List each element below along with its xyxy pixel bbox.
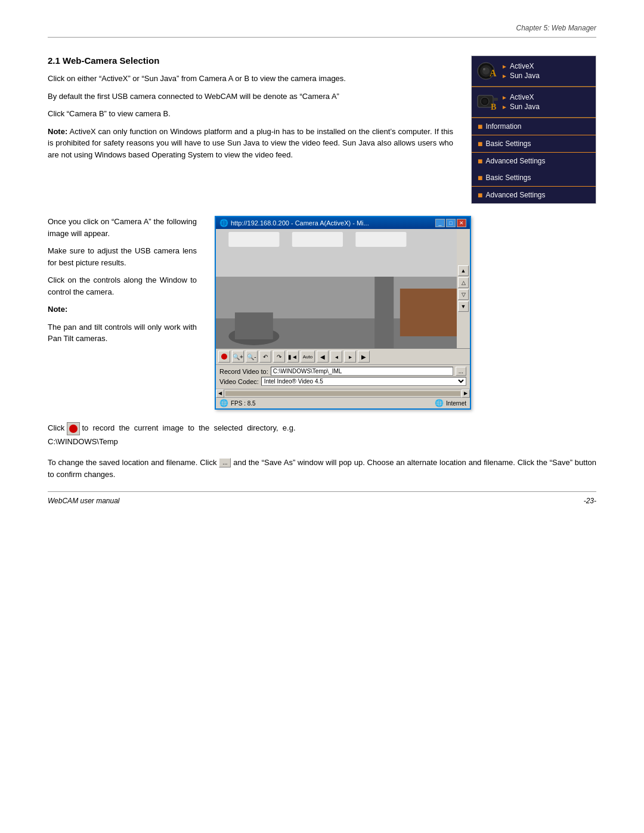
save-as-section: To change the saved location and filenam…: [48, 457, 596, 482]
codec-select[interactable]: Intel Indeo® Video 4.5: [261, 377, 466, 386]
scrollbar-track: [225, 391, 460, 396]
arrow-right-button[interactable]: ▶: [358, 351, 370, 363]
chapter-title: Chapter 5: Web Manager: [516, 24, 596, 32]
camera-a-row: A ► ActiveX ► Sun Java: [472, 56, 596, 86]
horizontal-scrollbar[interactable]: ◀ ▶: [216, 389, 470, 397]
auto-button[interactable]: Auto: [301, 351, 315, 363]
para-1: Click on either “ActiveX” or “Sun Java” …: [48, 73, 453, 85]
nav-down-btn[interactable]: ▼: [458, 301, 469, 312]
svg-point-7: [482, 99, 487, 104]
nav-up-hollow-btn[interactable]: △: [458, 277, 469, 288]
sidebar-item-advanced-settings-1[interactable]: ■ Advanced Settings: [472, 153, 596, 169]
browser-toolbar: 🔍+ 🔍- ↶ ↷ ▮◄ Auto ◀ ◂ ▸ ▶: [216, 348, 470, 364]
bullet-icon: ■: [478, 173, 482, 182]
close-button[interactable]: ✕: [457, 219, 466, 227]
video-nav-controls: ▲ △ ▽ ▼: [457, 229, 470, 348]
arrow-icon: ►: [501, 104, 507, 110]
nav-up-btn[interactable]: ▲: [458, 265, 469, 276]
svg-rect-12: [228, 232, 279, 247]
svg-rect-20: [235, 312, 273, 339]
advanced-settings-2-label: Advanced Settings: [485, 191, 545, 199]
basic-settings-1-label: Basic Settings: [485, 140, 531, 148]
arrow-icon: ►: [501, 73, 507, 79]
restore-button[interactable]: □: [446, 219, 456, 227]
footer-left: WebCAM user manual: [48, 497, 120, 505]
para-note2-text: The pan and tilt controls will only work…: [48, 321, 197, 345]
footer-right: -23-: [584, 497, 596, 505]
browser-title: http://192.168.0.200 - Camera A(ActiveX)…: [231, 219, 369, 227]
sidebar-item-basic-settings-1[interactable]: ■ Basic Settings: [472, 135, 596, 152]
camera-b-sunjava-label: Sun Java: [510, 103, 540, 111]
advanced-settings-1-label: Advanced Settings: [485, 157, 545, 165]
sidebar-menu: A ► ActiveX ► Sun Java: [471, 55, 596, 204]
inline-browse-button[interactable]: ...: [219, 458, 231, 467]
browser-window: 🌐 http://192.168.0.200 - Camera A(Active…: [215, 216, 471, 410]
nav-down-hollow-btn[interactable]: ▽: [458, 289, 469, 300]
sidebar-item-information[interactable]: ■ Information: [472, 118, 596, 135]
arrow-icon: ►: [501, 63, 507, 70]
click-label: Click: [48, 423, 67, 432]
note-para: Note: ActiveX can only function on Windo…: [48, 126, 453, 161]
bullet-icon: ■: [478, 122, 482, 131]
status-icon: 🌐: [219, 399, 228, 407]
record-dot-icon: [221, 354, 227, 360]
room-svg: [216, 229, 470, 348]
zoom-out-button[interactable]: 🔍-: [246, 351, 258, 363]
record-button[interactable]: [218, 351, 230, 363]
bullet-icon: ■: [478, 139, 482, 148]
camera-a-sunjava[interactable]: ► Sun Java: [501, 72, 540, 80]
camera-video-area: 2005/12/29 18:00:02: [216, 229, 470, 348]
save-as-start: To change the saved location and filenam…: [48, 458, 219, 467]
note-label: Note:: [48, 127, 67, 136]
svg-rect-14: [355, 232, 406, 247]
codec-label: Video Codec:: [219, 378, 259, 385]
click-record-section: Click to record the current image to the…: [48, 422, 596, 448]
record-inline-icon: [67, 422, 80, 435]
redo-button[interactable]: ↷: [273, 351, 285, 363]
sidebar-section-adv2: ■ Advanced Settings: [472, 187, 596, 203]
para-click-controls: Click on the controls along the Window t…: [48, 274, 197, 298]
fps-label: FPS : 8.5: [231, 400, 256, 407]
camera-b-sunjava[interactable]: ► Sun Java: [501, 103, 540, 111]
arrow-left-button[interactable]: ◀: [317, 351, 329, 363]
bullet-icon: ■: [478, 156, 482, 166]
svg-point-3: [483, 68, 485, 70]
para-2: By default the first USB camera connecte…: [48, 91, 453, 103]
click-record-text: to record the current image to the selec…: [48, 423, 296, 446]
browser-fields: Record Video to: C:\WINDOWS\Temp\_IML ..…: [216, 364, 470, 389]
section-heading: 2.1 Web-Camera Selection: [48, 55, 453, 66]
browser-titlebar-icon: 🌐: [219, 219, 228, 227]
scroll-left-button[interactable]: ◀: [216, 389, 224, 398]
camera-b-row: B ► ActiveX ► Sun Java: [472, 87, 596, 117]
svg-rect-17: [374, 277, 394, 348]
svg-text:A: A: [490, 68, 497, 78]
camera-b-icon: B: [476, 91, 501, 113]
minimize-button[interactable]: _: [435, 219, 445, 227]
camera-b-activex[interactable]: ► ActiveX: [501, 93, 540, 101]
video-container: 2005/12/29 18:00:02: [216, 229, 470, 348]
sidebar-section-info: ■ Information: [472, 118, 596, 135]
svg-rect-8: [493, 98, 498, 101]
scroll-right-button[interactable]: ▶: [462, 389, 470, 398]
svg-rect-18: [400, 289, 464, 336]
codec-row: Video Codec: Intel Indeo® Video 4.5: [219, 377, 466, 386]
info-label: Information: [485, 122, 521, 131]
arrow-right-hollow-button[interactable]: ▸: [344, 351, 356, 363]
sidebar-item-basic-settings-2[interactable]: ■ Basic Settings: [472, 169, 596, 186]
camera-a-activex[interactable]: ► ActiveX: [501, 62, 540, 70]
arrow-left-hollow-button[interactable]: ◂: [330, 351, 342, 363]
zoom-in-button[interactable]: 🔍+: [232, 351, 244, 363]
sidebar-item-advanced-settings-2[interactable]: ■ Advanced Settings: [472, 187, 596, 203]
camera-b-links: ► ActiveX ► Sun Java: [501, 93, 540, 111]
undo-button[interactable]: ↶: [259, 351, 271, 363]
record-path-value: C:\WINDOWS\Temp\_IML: [271, 367, 453, 376]
para-once-click: Once you click on “Camera A” the followi…: [48, 216, 197, 239]
camera-a-links: ► ActiveX ► Sun Java: [501, 62, 540, 80]
sidebar-section-adv-basic: ■ Advanced Settings ■ Basic Settings: [472, 153, 596, 187]
record-video-row: Record Video to: C:\WINDOWS\Temp\_IML ..…: [219, 367, 466, 376]
para-make-sure: Make sure to adjust the USB camera lens …: [48, 245, 197, 268]
browse-button[interactable]: ...: [456, 367, 466, 376]
skip-start-button[interactable]: ▮◄: [287, 351, 299, 363]
inline-record-dot: [69, 425, 78, 433]
basic-settings-2-label: Basic Settings: [485, 174, 531, 182]
